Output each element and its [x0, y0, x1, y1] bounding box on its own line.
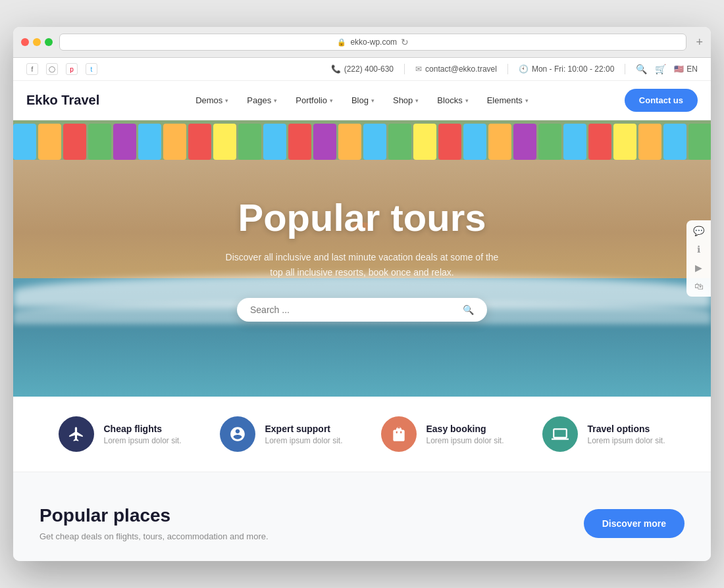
dot-green[interactable]: [45, 38, 53, 46]
search-input[interactable]: [250, 305, 463, 315]
travel-options-icon-wrap: [542, 416, 578, 452]
svg-rect-22: [538, 124, 561, 160]
discover-more-button[interactable]: Discover more: [584, 509, 685, 538]
nav-shop[interactable]: Shop ▾: [385, 90, 427, 110]
hero-title: Popular tours: [224, 195, 500, 239]
chevron-down-icon: ▾: [225, 97, 228, 104]
address-bar[interactable]: 🔒 ekko-wp.com ↻: [59, 34, 686, 51]
svg-rect-14: [338, 124, 361, 160]
email-contact: ✉ contact@ekko.travel: [415, 64, 497, 74]
nav-demos[interactable]: Demos ▾: [188, 90, 236, 110]
phone-contact: 📞 (222) 400-630: [331, 64, 394, 74]
browser-chrome: 🔒 ekko-wp.com ↻ +: [13, 27, 711, 58]
hero-content: Popular tours Discover all inclusive and…: [211, 195, 513, 322]
popular-places-section: Popular places Get cheap deals on flight…: [13, 472, 711, 561]
info-icon[interactable]: ℹ: [693, 244, 704, 255]
site-logo[interactable]: Ekko Travel: [26, 93, 99, 108]
facebook-icon[interactable]: f: [26, 63, 38, 75]
expert-support-title: Expert support: [265, 424, 342, 434]
business-hours: 🕙 Mon - Fri: 10:00 - 22:00: [519, 64, 614, 74]
svg-rect-16: [388, 124, 411, 160]
svg-rect-24: [588, 124, 611, 160]
nav-blocks[interactable]: Blocks ▾: [429, 90, 476, 110]
svg-rect-3: [63, 124, 86, 160]
dot-red[interactable]: [21, 38, 29, 46]
svg-rect-18: [438, 124, 461, 160]
popular-places-left: Popular places Get cheap deals on flight…: [39, 505, 269, 541]
cheap-flights-desc: Lorem ipsum dolor sit.: [103, 436, 181, 445]
svg-rect-1: [13, 124, 36, 160]
chevron-down-icon: ▾: [274, 97, 277, 104]
expert-support-icon-wrap: [220, 416, 255, 452]
feature-expert-support: Expert support Lorem ipsum dolor sit.: [220, 416, 342, 452]
popular-places-title: Popular places: [39, 505, 269, 526]
contact-us-button[interactable]: Contact us: [625, 89, 698, 112]
nav-pages-label: Pages: [247, 95, 271, 105]
svg-rect-4: [88, 124, 111, 160]
nav-portfolio[interactable]: Portfolio ▾: [288, 90, 341, 110]
hero-subtitle: Discover all inclusive and last minute v…: [224, 250, 500, 280]
top-bar: f ◯ p t 📞 (222) 400-630 ✉ contact@ekko.t…: [13, 58, 711, 81]
svg-rect-7: [163, 124, 186, 160]
play-icon[interactable]: ▶: [693, 262, 704, 273]
search-submit-icon[interactable]: 🔍: [463, 305, 474, 315]
new-tab-button[interactable]: +: [696, 36, 703, 49]
easy-booking-icon-wrap: [381, 416, 417, 452]
travel-options-text: Travel options Lorem ipsum dolor sit.: [587, 424, 665, 445]
nav-blog[interactable]: Blog ▾: [344, 90, 382, 110]
svg-rect-27: [663, 124, 686, 160]
browser-window: 🔒 ekko-wp.com ↻ + f ◯ p t 📞 (222) 400-63…: [13, 27, 711, 561]
support-icon: [229, 426, 246, 443]
cheap-flights-text: Cheap flights Lorem ipsum dolor sit.: [103, 424, 181, 445]
lock-icon: 🔒: [337, 38, 346, 47]
pinterest-icon[interactable]: p: [66, 63, 78, 75]
email-address: contact@ekko.travel: [425, 64, 497, 74]
comment-icon[interactable]: 💬: [693, 226, 704, 236]
travel-options-desc: Lorem ipsum dolor sit.: [587, 436, 665, 445]
flag-icon: 🇺🇸: [674, 64, 684, 74]
svg-rect-12: [288, 124, 311, 160]
cart-icon[interactable]: 🛒: [655, 64, 666, 74]
booking-icon: [390, 426, 407, 443]
divider2: [507, 64, 508, 74]
clock-icon: 🕙: [519, 64, 529, 74]
nav-blog-label: Blog: [351, 95, 369, 105]
nav-demos-label: Demos: [195, 95, 222, 105]
svg-rect-2: [38, 124, 61, 160]
easy-booking-title: Easy booking: [426, 424, 504, 434]
nav-pages[interactable]: Pages ▾: [239, 90, 285, 110]
top-actions: 🔍 🛒 🇺🇸 EN: [636, 64, 698, 74]
chevron-down-icon: ▾: [371, 97, 375, 104]
feature-easy-booking: Easy booking Lorem ipsum dolor sit.: [381, 416, 504, 452]
nav-elements[interactable]: Elements ▾: [479, 90, 536, 110]
instagram-icon[interactable]: ◯: [46, 63, 58, 75]
refresh-icon[interactable]: ↻: [401, 37, 409, 47]
svg-rect-9: [213, 124, 236, 160]
popular-places-subtitle: Get cheap deals on flights, tours, accom…: [39, 531, 269, 541]
phone-number: (222) 400-630: [344, 64, 394, 74]
search-icon[interactable]: 🔍: [636, 64, 647, 74]
travel-options-title: Travel options: [587, 424, 665, 434]
laptop-icon: [552, 426, 569, 443]
svg-rect-21: [513, 124, 536, 160]
chevron-down-icon: ▾: [415, 97, 419, 104]
nav-blocks-label: Blocks: [437, 95, 462, 105]
feature-cheap-flights: Cheap flights Lorem ipsum dolor sit.: [59, 416, 181, 452]
bag-icon[interactable]: 🛍: [693, 281, 704, 291]
easy-booking-desc: Lorem ipsum dolor sit.: [426, 436, 504, 445]
feature-travel-options: Travel options Lorem ipsum dolor sit.: [542, 416, 665, 452]
nav-portfolio-label: Portfolio: [296, 95, 327, 105]
twitter-icon[interactable]: t: [86, 63, 97, 75]
svg-rect-23: [563, 124, 586, 160]
svg-rect-26: [638, 124, 661, 160]
hero-section: Popular tours Discover all inclusive and…: [13, 120, 711, 397]
side-panel: 💬 ℹ ▶ 🛍: [686, 220, 711, 297]
svg-rect-8: [188, 124, 211, 160]
cheap-flights-icon-wrap: [59, 416, 94, 452]
chevron-down-icon: ▾: [525, 97, 529, 104]
svg-rect-13: [313, 124, 336, 160]
expert-support-text: Expert support Lorem ipsum dolor sit.: [265, 424, 342, 445]
language-selector[interactable]: 🇺🇸 EN: [674, 64, 698, 74]
dot-yellow[interactable]: [33, 38, 41, 46]
social-links: f ◯ p t: [26, 63, 97, 75]
